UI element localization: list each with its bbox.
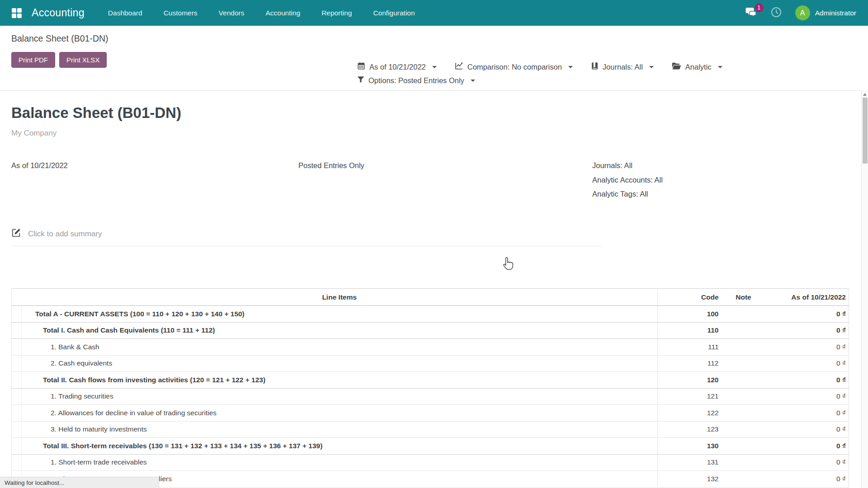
table-row[interactable]: 2. Cash equivalents1120 ₫: [12, 355, 849, 372]
analytic-filter[interactable]: Analytic: [672, 62, 722, 72]
line-item-code: 111: [658, 339, 723, 356]
row-pad-cell: [12, 372, 22, 389]
row-pad-cell: [12, 339, 22, 356]
line-item-value: 0 ₫: [764, 306, 849, 323]
line-item-code: 131: [658, 454, 723, 471]
line-item-label: 1. Short-term trade receivables: [22, 454, 658, 471]
line-item-label: 2. Allowances for decline in value of tr…: [22, 405, 658, 422]
line-item-value: 0 ₫: [764, 405, 849, 422]
line-item-value: 0 ₫: [764, 471, 849, 488]
chevron-down-icon: [568, 66, 573, 68]
table-row[interactable]: Total III. Short-term receivables (130 =…: [12, 438, 849, 455]
line-item-label: Total I. Cash and Cash Equivalents (110 …: [22, 322, 658, 339]
calendar-icon: [357, 62, 365, 72]
activities-button[interactable]: [771, 7, 782, 19]
line-item-note: [723, 405, 764, 422]
chevron-down-icon: [718, 66, 722, 68]
chevron-down-icon: [471, 80, 475, 82]
menu-accounting[interactable]: Accounting: [265, 9, 300, 17]
journals-filter[interactable]: Journals: All: [591, 62, 654, 72]
report-title: Balance Sheet (B01-DN): [11, 104, 181, 122]
line-item-value: 0 ₫: [764, 438, 849, 455]
scrollbar-thumb[interactable]: [863, 98, 868, 164]
print-xlsx-button[interactable]: Print XLSX: [59, 52, 107, 68]
menu-vendors[interactable]: Vendors: [219, 9, 245, 17]
table-row[interactable]: 3. Held to maturity investments1230 ₫: [12, 421, 849, 438]
report-area: Balance Sheet (B01-DN) My Company As of …: [0, 91, 868, 488]
book-icon: [591, 62, 599, 72]
line-item-code: 122: [658, 405, 723, 422]
table-row[interactable]: 1. Short-term trade receivables1310 ₫: [12, 454, 849, 471]
scroll-up-arrow-icon[interactable]: [863, 93, 867, 96]
report-entries-info: Posted Entries Only: [298, 159, 592, 202]
browser-status-bar: Waiting for localhost...: [0, 477, 159, 488]
table-row[interactable]: Total A - CURRENT ASSETS (100 = 110 + 12…: [12, 306, 849, 323]
menu-dashboard[interactable]: Dashboard: [108, 9, 142, 17]
breadcrumb[interactable]: Balance Sheet (B01-DN): [11, 33, 108, 44]
line-item-code: 132: [658, 471, 723, 488]
line-item-label: 3. Held to maturity investments: [22, 421, 658, 438]
table-row[interactable]: 1. Trading securities1210 ₫: [12, 388, 849, 405]
row-pad-cell: [12, 438, 22, 455]
apps-grid-icon[interactable]: [12, 8, 22, 18]
line-item-note: [723, 454, 764, 471]
line-item-note: [723, 339, 764, 356]
line-item-note: [723, 471, 764, 488]
line-item-value: 0 ₫: [764, 322, 849, 339]
main-menu: Dashboard Customers Vendors Accounting R…: [108, 9, 415, 17]
add-summary-field[interactable]: Click to add summary: [11, 228, 602, 246]
avatar: A: [795, 5, 810, 20]
line-item-code: 100: [658, 306, 723, 323]
folder-open-icon: [672, 62, 681, 72]
chevron-down-icon: [432, 66, 437, 68]
report-journal-info: Journals: All Analytic Accounts: All Ana…: [592, 159, 849, 202]
col-header-value: As of 10/21/2022: [764, 289, 849, 306]
line-item-value: 0 ₫: [764, 454, 849, 471]
date-filter[interactable]: As of 10/21/2022: [357, 62, 437, 72]
line-item-code: 121: [658, 388, 723, 405]
line-item-label: 1. Trading securities: [22, 388, 658, 405]
menu-configuration[interactable]: Configuration: [373, 9, 415, 17]
row-pad-cell: [12, 454, 22, 471]
comparison-filter[interactable]: Comparison: No comparison: [455, 62, 573, 72]
vertical-scrollbar[interactable]: [861, 90, 868, 488]
table-row[interactable]: Total II. Cash flows from investing acti…: [12, 372, 849, 389]
table-row[interactable]: Total I. Cash and Cash Equivalents (110 …: [12, 322, 849, 339]
chat-bubbles-icon: [745, 11, 757, 19]
messages-button[interactable]: 1: [745, 7, 757, 19]
line-item-note: [723, 421, 764, 438]
line-item-code: 123: [658, 421, 723, 438]
col-header-line-items: Line Items: [22, 289, 658, 306]
line-item-value: 0 ₫: [764, 388, 849, 405]
table-row[interactable]: 2. Allowances for decline in value of tr…: [12, 405, 849, 422]
summary-placeholder: Click to add summary: [28, 230, 102, 239]
report-table-body: Total A - CURRENT ASSETS (100 = 110 + 12…: [12, 306, 849, 488]
line-item-note: [723, 438, 764, 455]
line-item-label: Total A - CURRENT ASSETS (100 = 110 + 12…: [22, 306, 658, 323]
line-item-note: [723, 372, 764, 389]
top-navbar: Accounting Dashboard Customers Vendors A…: [0, 0, 868, 26]
row-pad-cell: [12, 322, 22, 339]
table-row[interactable]: 1. Bank & Cash1110 ₫: [12, 339, 849, 356]
line-item-label: 1. Bank & Cash: [22, 339, 658, 356]
row-pad-cell: [12, 405, 22, 422]
chevron-down-icon: [649, 66, 654, 68]
row-pad-cell: [12, 388, 22, 405]
line-item-value: 0 ₫: [764, 421, 849, 438]
print-pdf-button[interactable]: Print PDF: [11, 52, 55, 68]
messages-count-badge: 1: [755, 3, 764, 12]
edit-pencil-icon: [11, 228, 21, 240]
report-date-info: As of 10/21/2022: [11, 159, 298, 202]
user-menu[interactable]: A Administrator: [795, 5, 856, 20]
col-header-code: Code: [658, 289, 723, 306]
line-item-note: [723, 355, 764, 372]
line-item-value: 0 ₫: [764, 355, 849, 372]
line-item-label: Total II. Cash flows from investing acti…: [22, 372, 658, 389]
menu-customers[interactable]: Customers: [164, 9, 198, 17]
options-filter[interactable]: Options: Posted Entries Only: [357, 76, 475, 85]
row-pad-cell: [12, 355, 22, 372]
menu-reporting[interactable]: Reporting: [321, 9, 352, 17]
report-filters: As of 10/21/2022 Comparison: No comparis…: [357, 62, 722, 85]
app-brand[interactable]: Accounting: [32, 7, 85, 19]
filter-funnel-icon: [357, 76, 364, 85]
